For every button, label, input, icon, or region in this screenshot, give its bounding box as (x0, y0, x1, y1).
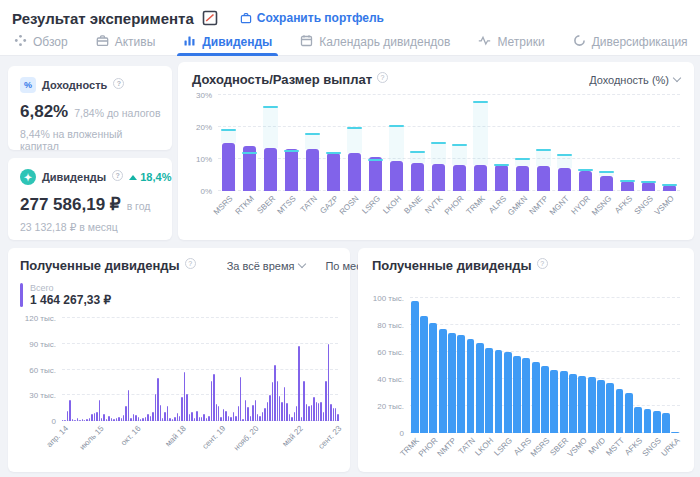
ticker-bar-NMTP[interactable] (447, 285, 456, 433)
trend-box-icon (202, 10, 218, 26)
ticker-bar-unlabeled[interactable] (568, 285, 577, 433)
payout-marker (326, 152, 342, 154)
monthly-bar (325, 381, 326, 421)
ticker-bar-unlabeled[interactable] (512, 285, 521, 433)
ticker-bar-VSMO[interactable] (578, 285, 587, 433)
ticker-bar-unlabeled[interactable] (475, 285, 484, 433)
ticker-bar-unlabeled[interactable] (531, 285, 540, 433)
ticker-bar-unlabeled[interactable] (419, 285, 428, 433)
ticker-bar-SBER[interactable] (559, 285, 568, 433)
ticker-bar-unlabeled[interactable] (643, 285, 652, 433)
combo-bar-TRMK[interactable] (470, 95, 491, 191)
combo-bar-SNGS[interactable] (638, 95, 659, 191)
ticker-bar-MVID[interactable] (596, 285, 605, 433)
combo-bar-RTKM[interactable] (239, 95, 260, 191)
combo-bar-SBER[interactable] (260, 95, 281, 191)
combo-bar-GMKN[interactable] (512, 95, 533, 191)
chevron-down-icon (298, 260, 306, 268)
combo-bar-PHOR[interactable] (449, 95, 470, 191)
combo-bar-AFKS[interactable] (617, 95, 638, 191)
payout-marker (347, 127, 363, 129)
ticker-bar-unlabeled[interactable] (457, 285, 466, 433)
combo-bar-MSNG[interactable] (596, 95, 617, 191)
ticker-bar-TATN[interactable] (466, 285, 475, 433)
monthly-bar (296, 406, 297, 421)
combo-bar-NVTK[interactable] (428, 95, 449, 191)
ticker-y-axis: 020 тыс.40 тыс.60 тыс.80 тыс.100 тыс. (372, 285, 410, 433)
combo-bar-GAZP[interactable] (323, 95, 344, 191)
yield-bar (264, 148, 278, 191)
tab-dividend-calendar[interactable]: Календарь дивидендов (300, 28, 450, 55)
monthly-bar (96, 412, 97, 421)
ticker-bar-MSTT[interactable] (615, 285, 624, 433)
monthly-bar (298, 346, 299, 421)
period-filter-dropdown[interactable]: За всё время (227, 260, 306, 272)
ticker-bar-unlabeled[interactable] (661, 285, 670, 433)
info-icon[interactable]: ? (113, 78, 124, 89)
metric-select-dropdown[interactable]: Доходность (%) (589, 74, 680, 86)
ticker-bar-TRMK[interactable] (410, 285, 419, 433)
dividend-bar (532, 362, 540, 433)
monthly-bar (196, 411, 197, 421)
compass-icon (14, 34, 27, 50)
monthly-bar (152, 412, 153, 421)
combo-bar-NMTP[interactable] (533, 95, 554, 191)
ticker-bar-LKOH[interactable] (485, 285, 494, 433)
y-tick-label: 30% (196, 91, 212, 100)
tab-overview[interactable]: Обзор (14, 28, 68, 55)
info-icon[interactable]: ? (112, 170, 123, 181)
ticker-bar-PHOR[interactable] (429, 285, 438, 433)
info-icon[interactable]: ? (377, 72, 388, 83)
combo-bar-LKOH[interactable] (386, 95, 407, 191)
info-icon[interactable]: ? (185, 258, 196, 269)
monthly-bars (62, 313, 338, 421)
monthly-bar (264, 408, 265, 421)
tab-metrics[interactable]: Метрики (478, 28, 544, 55)
monthly-bar (69, 400, 70, 421)
combo-bar-TATN[interactable] (302, 95, 323, 191)
ticker-bar-unlabeled[interactable] (587, 285, 596, 433)
monthly-plot[interactable] (62, 313, 338, 421)
ticker-bar-unlabeled[interactable] (550, 285, 559, 433)
combo-bar-ALRS[interactable] (491, 95, 512, 191)
combo-bar-VSMO[interactable] (659, 95, 680, 191)
ticker-x-slot: LSRG (503, 433, 512, 463)
monthly-bar (191, 412, 192, 421)
ticker-bars (410, 285, 680, 433)
ticker-bar-unlabeled[interactable] (624, 285, 633, 433)
tab-assets[interactable]: Активы (96, 28, 156, 55)
monthly-bar (274, 365, 275, 421)
ticker-bar-unlabeled[interactable] (438, 285, 447, 433)
payout-ghost-fill (221, 129, 237, 143)
info-icon[interactable]: ? (537, 258, 548, 269)
ticker-bar-SNGS[interactable] (652, 285, 661, 433)
combo-y-axis: 0%10%20%30% (192, 95, 218, 191)
tab-dividends[interactable]: Дивиденды (183, 28, 272, 55)
monthly-bar (328, 344, 329, 421)
combo-bar-MTSS[interactable] (281, 95, 302, 191)
monthly-bar (177, 413, 178, 421)
dividend-bar (467, 339, 475, 433)
ticker-bar-URKA[interactable] (671, 285, 680, 433)
ticker-bar-MSRS[interactable] (540, 285, 549, 433)
ticker-bar-unlabeled[interactable] (606, 285, 615, 433)
ticker-bar-LSRG[interactable] (503, 285, 512, 433)
combo-bar-ROSN[interactable] (344, 95, 365, 191)
combo-bar-LSRG[interactable] (365, 95, 386, 191)
combo-bar-HYDR[interactable] (575, 95, 596, 191)
yield-payout-panel: Доходность/Размер выплат ? Доходность (%… (178, 62, 694, 240)
sparkle-icon: ✦ (20, 169, 36, 185)
dividends-card: ✦ Дивиденды ? 18,4% 277 586,19 ₽ в год 2… (8, 158, 172, 240)
ticker-bar-AFKS[interactable] (634, 285, 643, 433)
monthly-bar (335, 408, 336, 421)
combo-bar-BANE[interactable] (407, 95, 428, 191)
ticker-bar-ALRS[interactable] (522, 285, 531, 433)
monthly-bar (213, 374, 214, 421)
ticker-bar-unlabeled[interactable] (494, 285, 503, 433)
payout-ghost-fill (431, 142, 447, 164)
tab-diversification[interactable]: Диверсификация (573, 28, 688, 55)
combo-bar-MGNT[interactable] (554, 95, 575, 191)
tab-bar: ОбзорАктивыДивидендыКалендарь дивидендов… (0, 28, 700, 56)
combo-bar-MSRS[interactable] (218, 95, 239, 191)
save-portfolio-button[interactable]: Сохранить портфель (240, 11, 384, 25)
